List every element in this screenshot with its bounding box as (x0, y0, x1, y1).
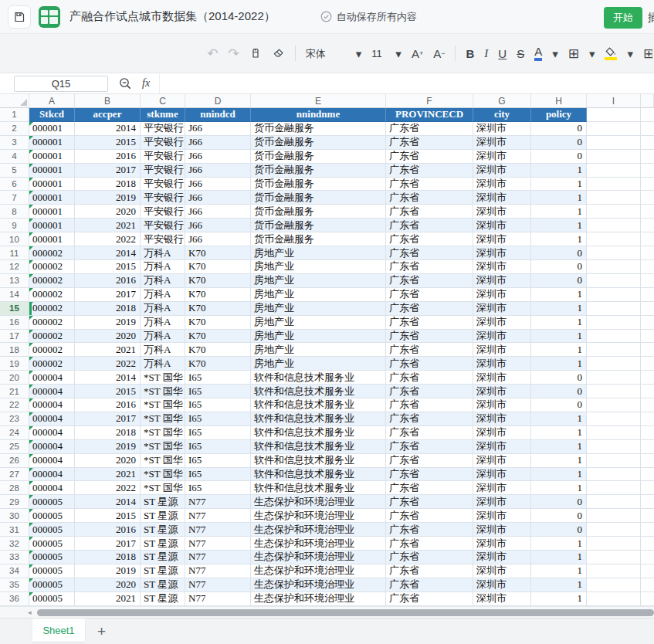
cell[interactable]: 1 (531, 330, 587, 344)
header-cell-provincecd[interactable]: PROVINCECD (386, 108, 473, 122)
cell[interactable]: 广东省 (386, 260, 473, 274)
cell-empty[interactable] (587, 385, 641, 398)
cell[interactable]: 深圳市 (473, 302, 531, 316)
cell[interactable]: 广东省 (386, 343, 473, 357)
cell[interactable]: 1 (531, 578, 587, 592)
cell[interactable]: 广东省 (386, 232, 473, 246)
header-cell-stknme[interactable]: stknme (141, 108, 185, 122)
cell[interactable]: I65 (185, 481, 251, 495)
cell[interactable]: 货币金融服务 (251, 136, 386, 150)
cell[interactable]: 房地产业 (251, 357, 386, 371)
cell[interactable]: 平安银行 (141, 232, 185, 246)
cell[interactable]: 广东省 (386, 564, 473, 578)
cell-empty[interactable] (587, 481, 641, 495)
spreadsheet-app-icon[interactable] (39, 6, 60, 28)
column-header-g[interactable]: G (473, 94, 531, 108)
row-number[interactable]: 3 (0, 136, 29, 150)
cell[interactable]: 深圳市 (473, 191, 531, 205)
cell[interactable]: 平安银行 (141, 150, 185, 164)
cell[interactable]: 000004 (29, 454, 75, 468)
cell[interactable]: 平安银行 (141, 178, 185, 192)
cell-empty[interactable] (587, 371, 641, 385)
cell[interactable]: 2016 (75, 523, 141, 537)
cell-empty[interactable] (587, 205, 641, 219)
cell[interactable]: K70 (185, 288, 251, 302)
cell[interactable]: 生态保护和环境治理业 (251, 578, 386, 592)
cell[interactable]: 深圳市 (473, 164, 531, 178)
cell[interactable]: 生态保护和环境治理业 (251, 592, 386, 606)
cell[interactable]: 软件和信息技术服务业 (251, 481, 386, 495)
cell[interactable]: J66 (185, 178, 251, 192)
cell[interactable]: 0 (531, 136, 587, 150)
cell[interactable]: 平安银行 (141, 122, 185, 136)
cell[interactable]: 万科A (141, 246, 185, 260)
row-number[interactable]: 11 (0, 246, 29, 260)
cell[interactable]: J66 (185, 164, 251, 178)
cell[interactable]: 软件和信息技术服务业 (251, 426, 386, 440)
cell[interactable]: 000001 (29, 122, 75, 136)
cell[interactable]: N77 (185, 551, 251, 564)
scroll-left-arrow-icon[interactable]: ◂ (28, 608, 32, 616)
row-number[interactable]: 31 (0, 523, 29, 537)
cell[interactable]: 广东省 (386, 205, 473, 219)
cell[interactable]: 2021 (75, 219, 141, 232)
row-number[interactable]: 2 (0, 122, 29, 136)
cell[interactable]: 广东省 (386, 523, 473, 537)
row-number[interactable]: 26 (0, 454, 29, 468)
cell[interactable]: 000002 (29, 246, 75, 260)
cell[interactable]: 生态保护和环境治理业 (251, 523, 386, 537)
cell[interactable]: I65 (185, 468, 251, 482)
cell[interactable]: 000004 (29, 412, 75, 426)
cell[interactable]: 货币金融服务 (251, 150, 386, 164)
save-document-button[interactable] (8, 5, 31, 29)
cell[interactable]: N77 (185, 578, 251, 592)
cell[interactable]: K70 (185, 316, 251, 330)
cell[interactable]: 2019 (75, 440, 141, 454)
cell[interactable]: 2019 (75, 191, 141, 205)
cell[interactable]: I65 (185, 371, 251, 385)
cell[interactable]: 广东省 (386, 578, 473, 592)
cell[interactable]: 000002 (29, 260, 75, 274)
cell[interactable]: 1 (531, 191, 587, 205)
cell[interactable]: ST 星源 (141, 495, 185, 509)
cell[interactable]: 深圳市 (473, 578, 531, 592)
cell[interactable]: 广东省 (386, 302, 473, 316)
cell[interactable]: 货币金融服务 (251, 205, 386, 219)
cell-empty[interactable] (587, 136, 641, 150)
cell[interactable]: 深圳市 (473, 454, 531, 468)
row-number[interactable]: 33 (0, 551, 29, 564)
cell[interactable]: 深圳市 (473, 398, 531, 412)
cell[interactable]: 深圳市 (473, 150, 531, 164)
cell[interactable]: 000001 (29, 164, 75, 178)
cell[interactable]: 平安银行 (141, 136, 185, 150)
cell[interactable]: 深圳市 (473, 385, 531, 398)
decrease-font-button[interactable]: A− (433, 48, 445, 59)
cell[interactable]: 深圳市 (473, 136, 531, 150)
cell[interactable]: 广东省 (386, 468, 473, 482)
cell[interactable]: 万科A (141, 343, 185, 357)
column-header-h[interactable]: H (531, 94, 587, 108)
cell[interactable]: 000001 (29, 178, 75, 192)
cell[interactable]: 广东省 (386, 288, 473, 302)
select-all-corner[interactable] (0, 94, 29, 108)
row-number[interactable]: 6 (0, 178, 29, 192)
zoom-out-magnifier-icon[interactable] (119, 77, 132, 90)
cell[interactable]: 000002 (29, 274, 75, 288)
cell[interactable]: 000005 (29, 564, 75, 578)
cell-empty[interactable] (587, 509, 641, 523)
header-cell-city[interactable]: city (473, 108, 531, 122)
cell[interactable]: 1 (531, 357, 587, 371)
cell[interactable]: 货币金融服务 (251, 191, 386, 205)
cell[interactable]: 房地产业 (251, 302, 386, 316)
cell[interactable]: 2015 (75, 509, 141, 523)
undo-icon[interactable]: ↶ (207, 47, 218, 60)
fill-color-caret-icon[interactable]: ▾ (627, 48, 633, 59)
cell[interactable]: N77 (185, 537, 251, 551)
font-color-button[interactable]: A (534, 46, 542, 61)
font-name-caret-icon[interactable]: ▾ (356, 48, 362, 59)
cell-empty[interactable] (587, 246, 641, 260)
add-sheet-button[interactable]: + (97, 624, 106, 639)
cell[interactable]: 广东省 (386, 191, 473, 205)
row-number[interactable]: 15 (0, 302, 29, 316)
row-number[interactable]: 29 (0, 495, 29, 509)
